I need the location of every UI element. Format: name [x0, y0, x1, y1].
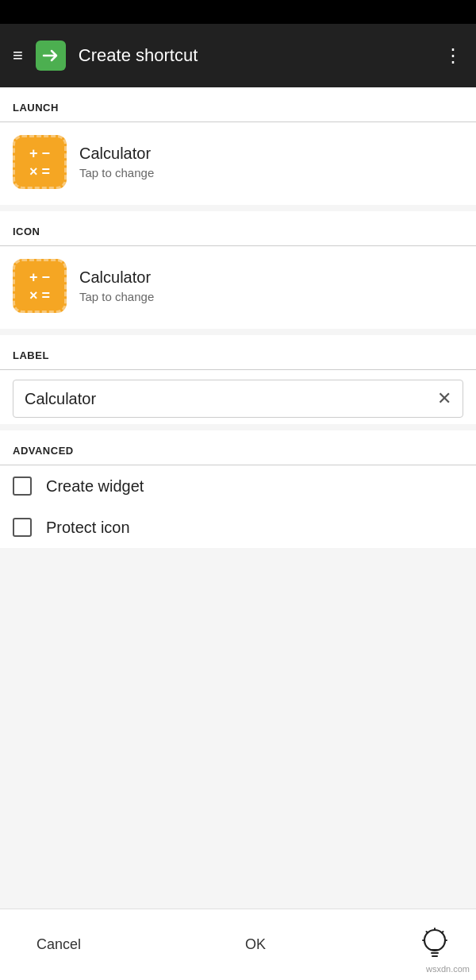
toolbar: ≡ Create shortcut ⋮ — [0, 24, 476, 87]
bottom-bar: Cancel OK — [0, 909, 476, 980]
label-input-container[interactable]: ✕ — [13, 380, 463, 418]
calc-minus: − — [42, 146, 51, 160]
clear-icon[interactable]: ✕ — [437, 388, 451, 409]
calc-grid-icon: + − × = — [25, 265, 55, 307]
protect-icon-checkbox[interactable] — [13, 518, 32, 537]
bulb-icon[interactable] — [417, 928, 452, 963]
more-icon[interactable]: ⋮ — [443, 44, 463, 67]
menu-icon[interactable]: ≡ — [13, 45, 23, 66]
status-bar — [0, 0, 476, 24]
label-input[interactable] — [25, 390, 437, 408]
icon-app-info: Calculator Tap to change — [79, 268, 154, 303]
launch-app-row[interactable]: + − × = Calculator Tap to change — [0, 122, 476, 205]
space-3 — [0, 424, 476, 430]
icon-app-subtitle: Tap to change — [79, 290, 154, 303]
calc-plus: + — [29, 146, 38, 160]
cancel-button[interactable]: Cancel — [24, 930, 94, 959]
create-widget-label: Create widget — [46, 477, 144, 496]
icon-app-icon: + − × = — [13, 259, 67, 313]
launch-app-icon: + − × = — [13, 135, 67, 189]
nav-icon — [36, 41, 66, 71]
label-section-header: LABEL — [0, 335, 476, 369]
label-section: ✕ — [0, 370, 476, 424]
page-title: Create shortcut — [79, 45, 431, 66]
calc-plus-2: + — [29, 270, 38, 284]
icon-section-header: ICON — [0, 211, 476, 245]
launch-app-subtitle: Tap to change — [79, 166, 154, 179]
content-area: LAUNCH + − × = Calculator Tap to change … — [0, 87, 476, 548]
launch-section-header: LAUNCH — [0, 87, 476, 122]
calc-equals: = — [42, 164, 51, 179]
calc-equals-2: = — [42, 288, 51, 303]
calc-grid-launch: + − × = — [25, 141, 55, 183]
calc-times-2: × — [29, 288, 38, 303]
advanced-section-header: ADVANCED — [0, 430, 476, 465]
launch-app-info: Calculator Tap to change — [79, 145, 154, 179]
icon-app-row[interactable]: + − × = Calculator Tap to change — [0, 246, 476, 329]
icon-app-name: Calculator — [79, 268, 154, 287]
protect-icon-label: Protect icon — [46, 519, 130, 537]
ok-button[interactable]: OK — [232, 930, 278, 959]
create-widget-checkbox[interactable] — [13, 476, 32, 496]
space-2 — [0, 329, 476, 335]
launch-app-name: Calculator — [79, 145, 154, 163]
watermark: wsxdn.com — [426, 964, 470, 974]
create-widget-row[interactable]: Create widget — [0, 465, 476, 507]
calc-times: × — [29, 164, 38, 179]
space-1 — [0, 205, 476, 211]
calc-minus-2: − — [42, 270, 51, 284]
protect-icon-row[interactable]: Protect icon — [0, 507, 476, 548]
